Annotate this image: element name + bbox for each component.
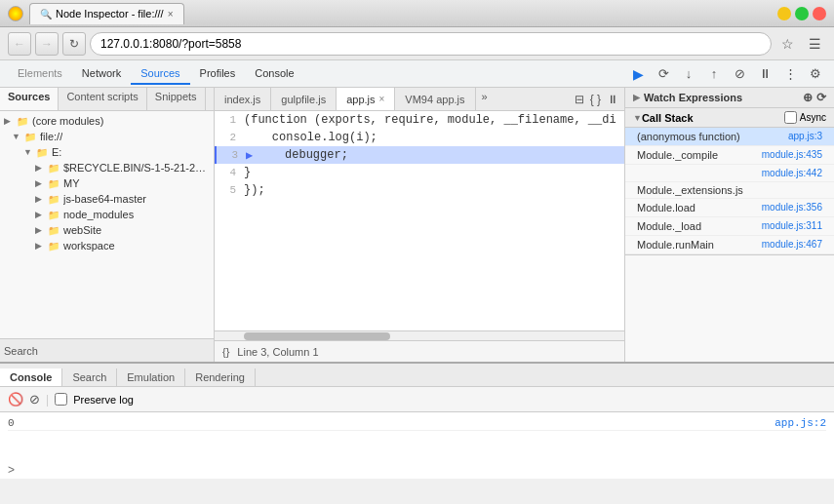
line-content: }); [244,183,265,197]
tab-index-js[interactable]: index.js [215,88,271,110]
watch-expressions-section: ▶ Watch Expressions ⊕ ⟳ [625,88,834,108]
tab-emulation[interactable]: Emulation [117,368,185,386]
folder-icon: 📁 [47,223,60,237]
watch-expressions-header[interactable]: ▶ Watch Expressions ⊕ ⟳ [625,88,834,107]
folder-icon: 📁 [47,176,60,190]
call-stack-func-name: Module._compile [637,149,718,161]
devtools-menu: Elements Network Sources Profiles Consol… [0,60,834,88]
tab-rendering[interactable]: Rendering [185,368,256,386]
watch-icons: ⊕ ⟳ [803,91,826,104]
tree-item-label: MY [63,177,80,189]
tree-arrow-icon: ▶ [35,241,47,251]
bottom-tabs: Console Search Emulation Rendering [0,364,834,387]
deactivate-btn[interactable]: ⊘ [729,63,750,85]
list-item[interactable]: ▶ 📁 js-base64-master [0,191,214,207]
pause-on-exceptions-btn[interactable]: ⏸ [754,63,775,85]
format-icon[interactable]: ⊟ [573,93,586,106]
list-item[interactable]: ▶ 📁 (core modules) [0,113,214,129]
menu-btn[interactable]: ☰ [803,32,826,56]
reload-icon: ↻ [69,37,79,51]
reload-btn[interactable]: ↻ [62,32,86,56]
menu-item-profiles[interactable]: Profiles [190,63,246,85]
scrollbar-thumb[interactable] [244,332,390,340]
forward-btn[interactable]: → [35,32,59,56]
call-stack-item[interactable]: Module._extensions.js [625,182,834,199]
preserve-log-checkbox[interactable] [55,393,67,406]
menu-item-network[interactable]: Network [72,63,131,85]
line-content: console.log(i); [244,131,377,144]
left-panel-bottom: Search [0,338,214,362]
list-item[interactable]: ▶ 📁 webSite [0,222,214,238]
tab-console[interactable]: Console [0,368,62,386]
menu-item-sources[interactable]: Sources [131,63,189,85]
code-scrollbar[interactable] [215,330,624,340]
resume-btn[interactable]: ▶ [627,63,649,85]
console-input[interactable] [19,464,826,476]
tab-gulpfile-js[interactable]: gulpfile.js [271,88,337,110]
nav-bar: ← → ↻ ☆ ☰ [0,27,834,60]
right-panel: ▶ Watch Expressions ⊕ ⟳ ▼ Call Stack Asy… [624,88,834,362]
list-item[interactable]: ▶ 📁 MY [0,175,214,191]
window-controls [777,7,826,20]
tab-app-js-close[interactable]: × [379,94,385,104]
line-number: 1 [215,114,244,126]
pretty-print-icon[interactable]: { } [588,93,603,106]
tab-vm94-app-js[interactable]: VM94 app.js [395,88,475,110]
tree-arrow-icon: ▶ [35,225,47,235]
async-checkbox[interactable]: Async [784,111,826,124]
tab-sources[interactable]: Sources [0,88,59,110]
list-item[interactable]: ▶ 📁 workspace [0,238,214,253]
refresh-watch-icon[interactable]: ⟳ [816,91,826,104]
step-out-btn[interactable]: ↑ [703,63,725,85]
address-bar[interactable] [90,32,772,56]
browser-icon [8,6,23,21]
list-item[interactable]: ▼ 📁 file:// [0,129,214,144]
minimize-btn[interactable] [777,7,791,20]
call-stack-location: module.js:435 [762,149,822,161]
menu-item-console[interactable]: Console [245,63,303,85]
call-stack-item[interactable]: Module.load module.js:356 [625,199,834,217]
list-item[interactable]: ▶ 📁 node_modules [0,207,214,222]
tab-more-btn[interactable]: » [476,88,494,110]
tab-content-scripts[interactable]: Content scripts [59,88,146,110]
console-source[interactable]: app.js:2 [774,417,826,429]
menu-item-elements[interactable]: Elements [8,63,72,85]
clear-console-icon[interactable]: 🚫 [8,392,23,407]
call-stack-item[interactable]: Module.runMain module.js:467 [625,236,834,254]
step-into-btn[interactable]: ↓ [678,63,699,85]
call-stack-item[interactable]: Module._compile module.js:435 [625,146,834,165]
browser-tab[interactable]: 🔍 Node Inspector - file:/// × [29,3,184,24]
maximize-btn[interactable] [795,7,809,20]
async-label: Async [800,112,826,123]
more-tools-btn[interactable]: ⋮ [779,63,801,85]
tree-arrow-icon: ▶ [35,194,47,204]
folder-icon: 📁 [47,161,60,174]
tab-close-btn[interactable]: × [168,9,174,19]
code-editor[interactable]: 1 (function (exports, require, module, _… [215,111,624,330]
settings-btn[interactable]: ⚙ [805,63,826,85]
async-checkbox-input[interactable] [784,111,797,124]
call-stack-item[interactable]: module.js:442 [625,165,834,182]
call-stack-item[interactable]: Module._load module.js:311 [625,217,834,236]
console-prompt: > [0,461,834,479]
format-braces-icon[interactable]: {} [222,346,229,358]
tab-search[interactable]: Search [62,368,117,386]
bookmark-btn[interactable]: ☆ [775,32,799,56]
call-stack-location: module.js:311 [762,220,822,232]
add-watch-icon[interactable]: ⊕ [803,91,813,104]
list-item[interactable]: ▶ 📁 $RECYCLE.BIN/S-1-5-21-233... [0,160,214,175]
call-stack-item[interactable]: (anonymous function) app.js:3 [625,128,834,146]
list-item[interactable]: ▼ 📁 E: [0,144,214,160]
back-btn[interactable]: ← [8,32,31,56]
filter-icon[interactable]: ⊘ [29,392,40,407]
tab-favicon: 🔍 [40,9,52,19]
tab-snippets[interactable]: Snippets [147,88,206,110]
tab-app-js[interactable]: app.js × [337,88,395,110]
step-over-btn[interactable]: ⟳ [653,63,674,85]
console-line: 0 app.js:2 [8,416,826,431]
line-number: 3 [217,149,246,161]
tree-item-label: js-base64-master [63,193,146,205]
pause-icon[interactable]: ⏸ [605,93,620,106]
close-btn[interactable] [813,7,826,20]
code-line: 2 console.log(i); [215,129,624,146]
